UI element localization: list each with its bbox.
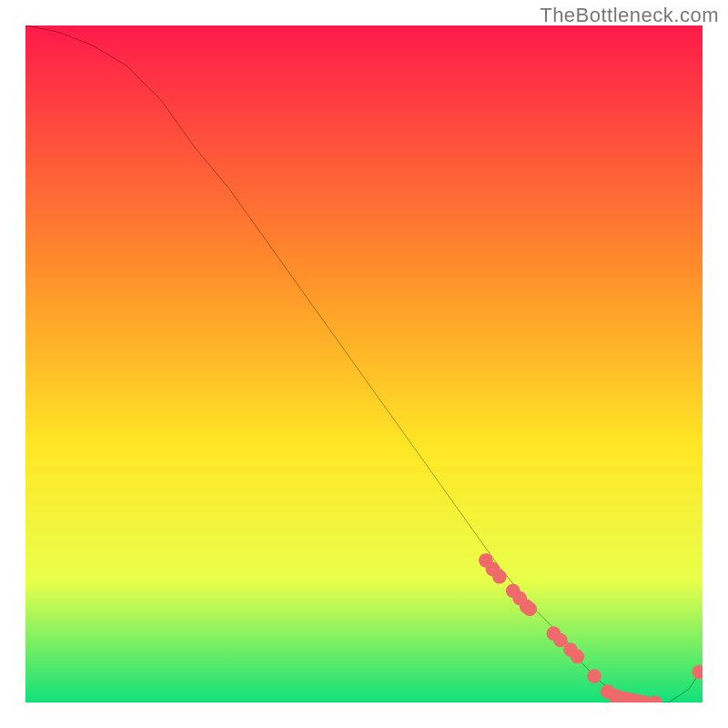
chart-background	[25, 25, 703, 703]
chart-container: TheBottleneck.com	[0, 0, 728, 728]
highlight-point	[571, 650, 585, 664]
bottleneck-chart	[25, 25, 703, 703]
highlight-point	[492, 570, 507, 584]
watermark-text: TheBottleneck.com	[540, 4, 719, 27]
highlight-point	[587, 669, 602, 683]
highlight-point	[522, 602, 537, 617]
